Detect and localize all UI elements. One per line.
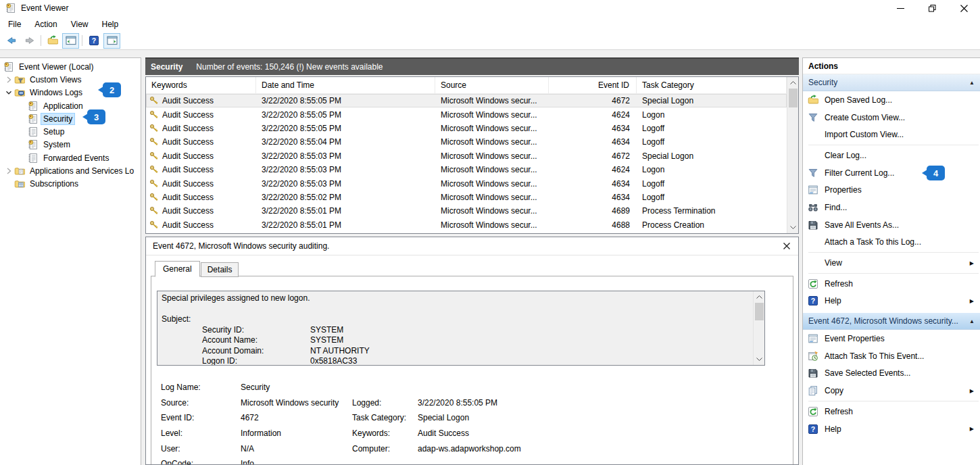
scroll-up-icon[interactable] bbox=[787, 77, 799, 89]
table-row[interactable]: Audit Success 3/22/2020 8:55:03 PM Micro… bbox=[146, 149, 787, 163]
tree-item-security[interactable]: Security bbox=[0, 112, 141, 125]
table-row[interactable]: Audit Success 3/22/2020 8:55:05 PM Micro… bbox=[146, 94, 787, 107]
restore-button[interactable] bbox=[916, 0, 948, 16]
menu-file[interactable]: File bbox=[1, 17, 28, 32]
table-row[interactable]: Audit Success 3/22/2020 8:55:05 PM Micro… bbox=[146, 122, 787, 135]
event-description-intro: Special privileges assigned to new logon… bbox=[162, 293, 753, 304]
chevron-down-icon[interactable] bbox=[3, 87, 14, 98]
desc-field-value: NT AUTHORITY bbox=[310, 346, 370, 356]
column-header-source[interactable]: Source bbox=[435, 77, 549, 93]
actions-section-security[interactable]: Security ▲ bbox=[803, 74, 980, 91]
chevron-right-icon[interactable] bbox=[3, 74, 14, 85]
table-row[interactable]: Audit Success 3/22/2020 8:55:03 PM Micro… bbox=[146, 163, 787, 176]
tree-label: Windows Logs bbox=[28, 87, 84, 98]
tree-root-event-viewer-local[interactable]: Event Viewer (Local) bbox=[0, 60, 141, 73]
scroll-up-icon[interactable] bbox=[754, 291, 765, 303]
tree-label: Subscriptions bbox=[28, 178, 80, 189]
close-preview-icon[interactable] bbox=[783, 243, 790, 249]
action-filter-current-log[interactable]: Filter Current Log... bbox=[803, 164, 980, 182]
tab-general[interactable]: General bbox=[155, 261, 200, 277]
action-view[interactable]: View ▶ bbox=[803, 254, 980, 272]
action-label: Filter Current Log... bbox=[825, 168, 976, 178]
tree-item-setup[interactable]: Setup bbox=[0, 125, 141, 138]
table-row[interactable]: Audit Success 3/22/2020 8:55:02 PM Micro… bbox=[146, 191, 787, 204]
table-row[interactable]: Audit Success 3/22/2020 8:55:03 PM Micro… bbox=[146, 176, 787, 190]
table-row[interactable]: Audit Success 3/22/2020 8:55:01 PM Micro… bbox=[146, 204, 787, 218]
collapse-icon[interactable]: ▲ bbox=[969, 80, 975, 86]
tree-label: Application bbox=[41, 101, 85, 112]
table-row[interactable]: Audit Success 3/22/2020 8:55:04 PM Micro… bbox=[146, 135, 787, 149]
desc-field-label: Security ID: bbox=[202, 325, 310, 336]
action-import-custom-view[interactable]: Import Custom View... bbox=[803, 126, 980, 143]
tab-details[interactable]: Details bbox=[201, 262, 239, 277]
action-clear-log[interactable]: Clear Log... bbox=[803, 147, 980, 164]
scrollbar-thumb[interactable] bbox=[755, 303, 764, 320]
table-scrollbar[interactable] bbox=[787, 77, 798, 233]
tree-item-forwarded-events[interactable]: Forwarded Events bbox=[0, 151, 141, 164]
menu-view[interactable]: View bbox=[64, 17, 95, 32]
tree-item-subscriptions[interactable]: Subscriptions bbox=[0, 178, 141, 191]
properties-icon bbox=[808, 185, 818, 195]
scrollbar-thumb[interactable] bbox=[789, 89, 798, 107]
menu-help[interactable]: Help bbox=[95, 17, 126, 32]
collapse-icon[interactable]: ▲ bbox=[969, 318, 975, 324]
table-row[interactable]: Audit Success 3/22/2020 8:55:05 PM Micro… bbox=[146, 107, 787, 121]
close-button[interactable] bbox=[948, 0, 980, 16]
cell-task-category: Logoff bbox=[637, 124, 787, 133]
action-refresh[interactable]: Refresh bbox=[803, 275, 980, 293]
toolbar-separator bbox=[82, 35, 82, 46]
field-value: 3/22/2020 8:55:05 PM bbox=[418, 398, 793, 408]
action-label: Refresh bbox=[825, 407, 976, 416]
show-action-pane-button[interactable] bbox=[103, 33, 120, 49]
action-help-event[interactable]: Help ▶ bbox=[803, 420, 980, 438]
event-viewer-app-icon bbox=[5, 3, 16, 14]
field-value: 4672 bbox=[241, 413, 352, 422]
scroll-down-icon[interactable] bbox=[754, 353, 765, 365]
action-help[interactable]: Help ▶ bbox=[803, 293, 980, 310]
action-refresh-event[interactable]: Refresh bbox=[803, 403, 980, 420]
action-open-saved-log[interactable]: Open Saved Log... bbox=[803, 91, 980, 109]
open-saved-log-button[interactable] bbox=[44, 33, 61, 49]
field-value: Info bbox=[241, 459, 352, 464]
help-button[interactable] bbox=[85, 33, 102, 49]
tree-label: Applications and Services Lo bbox=[28, 166, 136, 176]
cell-task-category: Logoff bbox=[637, 193, 787, 202]
menu-action[interactable]: Action bbox=[28, 17, 64, 32]
tree-item-applications-and-services-logs[interactable]: Applications and Services Lo bbox=[0, 164, 141, 177]
action-attach-task-to-event[interactable]: Attach Task To This Event... bbox=[803, 347, 980, 365]
chevron-right-icon[interactable] bbox=[3, 166, 14, 176]
action-properties[interactable]: Properties bbox=[803, 181, 980, 199]
cell-source: Microsoft Windows secur... bbox=[435, 165, 549, 174]
actions-section-event[interactable]: Event 4672, Microsoft Windows security..… bbox=[803, 313, 980, 330]
action-create-custom-view[interactable]: Create Custom View... bbox=[803, 109, 980, 126]
minimize-button[interactable] bbox=[885, 0, 916, 16]
cell-keywords: Audit Success bbox=[162, 96, 214, 105]
tree-item-system[interactable]: System bbox=[0, 139, 141, 151]
annotation-badge-4: 4 bbox=[927, 166, 945, 180]
key-icon bbox=[149, 137, 159, 147]
column-header-datetime[interactable]: Date and Time bbox=[256, 77, 435, 93]
scroll-down-icon[interactable] bbox=[787, 222, 799, 233]
action-label: Attach a Task To this Log... bbox=[825, 237, 976, 247]
column-header-task-category[interactable]: Task Category bbox=[637, 77, 787, 93]
column-header-event-id[interactable]: Event ID bbox=[549, 77, 637, 93]
cell-keywords: Audit Success bbox=[162, 165, 214, 174]
tree-item-application[interactable]: Application bbox=[0, 99, 141, 112]
action-copy[interactable]: Copy ▶ bbox=[803, 382, 980, 399]
action-attach-task-to-log[interactable]: Attach a Task To this Log... bbox=[803, 234, 980, 251]
action-save-selected-events[interactable]: Save Selected Events... bbox=[803, 365, 980, 383]
field-value: N/A bbox=[241, 444, 352, 454]
column-header-keywords[interactable]: Keywords bbox=[146, 77, 256, 93]
cell-task-category: Logoff bbox=[637, 137, 787, 147]
back-button[interactable] bbox=[3, 33, 20, 49]
tree-label: Event Viewer (Local) bbox=[17, 62, 96, 72]
cell-task-category: Special Logon bbox=[637, 96, 787, 105]
task-icon bbox=[808, 351, 818, 362]
forward-button[interactable] bbox=[21, 33, 38, 49]
action-event-properties[interactable]: Event Properties bbox=[803, 330, 980, 347]
action-save-all-events-as[interactable]: Save All Events As... bbox=[803, 216, 980, 234]
description-scrollbar[interactable] bbox=[753, 291, 764, 365]
show-console-tree-button[interactable] bbox=[62, 33, 79, 49]
action-find[interactable]: Find... bbox=[803, 199, 980, 216]
table-row[interactable]: Audit Success 3/22/2020 8:55:01 PM Micro… bbox=[146, 218, 787, 232]
